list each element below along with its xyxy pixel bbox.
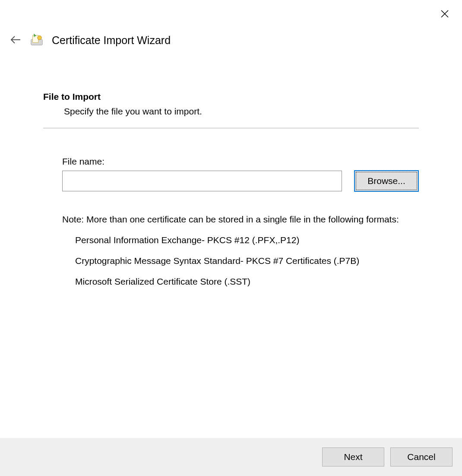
browse-button[interactable]: Browse... xyxy=(354,170,419,192)
close-icon xyxy=(440,10,449,18)
back-arrow-icon xyxy=(10,35,21,44)
wizard-header: Certificate Import Wizard xyxy=(9,34,171,47)
back-button[interactable] xyxy=(9,34,22,46)
wizard-title: Certificate Import Wizard xyxy=(52,34,171,47)
next-button[interactable]: Next xyxy=(322,447,384,466)
format-list: Personal Information Exchange- PKCS #12 … xyxy=(75,235,419,287)
file-name-input[interactable] xyxy=(62,171,342,191)
wizard-content: File to Import Specify the file you want… xyxy=(43,92,419,297)
file-name-label: File name: xyxy=(62,156,419,167)
page-heading: File to Import xyxy=(43,92,419,102)
format-item: Microsoft Serialized Certificate Store (… xyxy=(75,276,419,287)
wizard-footer: Next Cancel xyxy=(0,438,462,476)
format-item: Personal Information Exchange- PKCS #12 … xyxy=(75,235,419,245)
close-button[interactable] xyxy=(440,8,453,20)
page-subheading: Specify the file you want to import. xyxy=(64,106,419,117)
certificate-wizard-icon xyxy=(30,34,43,47)
format-item: Cryptographic Message Syntax Standard- P… xyxy=(75,256,419,266)
divider xyxy=(43,128,419,128)
cancel-button[interactable]: Cancel xyxy=(390,447,453,466)
note-text: Note: More than one certificate can be s… xyxy=(62,214,419,225)
svg-point-5 xyxy=(38,36,41,40)
svg-rect-4 xyxy=(33,35,38,43)
